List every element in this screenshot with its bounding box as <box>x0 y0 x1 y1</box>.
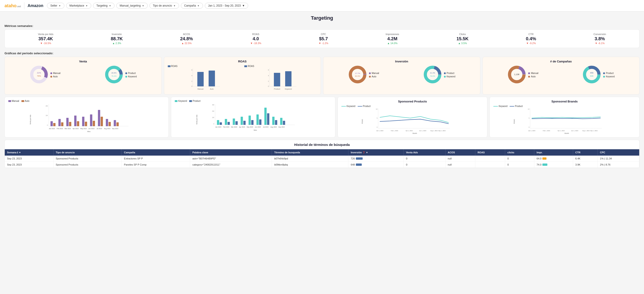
venta-legend1: Manual Auto <box>50 72 60 78</box>
cell-semana: Sep 23, 2023 <box>5 162 53 168</box>
metric-change-clicks: ▲ 3.5% <box>456 42 468 45</box>
svg-text:1M: 1M <box>46 115 48 116</box>
metric-label-roas: ROAS <box>250 33 261 36</box>
metric-value-impresiones: 4.2M <box>386 36 399 41</box>
roas-chart-title: ROAS <box>167 60 318 63</box>
svg-rect-94 <box>220 122 222 125</box>
cell-termino: b07h6hb9pd <box>272 156 348 162</box>
graficas-label: Gráficas del periodo seleccionado: <box>4 52 640 55</box>
svg-text:79.4%: 79.4% <box>111 75 116 77</box>
cell-campana: Paneles SP P Comp <box>122 162 190 168</box>
svg-rect-59 <box>53 123 56 126</box>
table-title: Historial de términos de búsqueda <box>5 140 639 149</box>
cell-inversion: 726 <box>348 156 404 162</box>
sponsored-brands-title: Sponsored Brands <box>492 100 636 103</box>
svg-text:Jul 2023: Jul 2023 <box>96 128 102 129</box>
inversion-legend1: Manual Auto <box>369 72 379 78</box>
logo: ataho.net Amazon <box>4 2 43 9</box>
inversion-legend2: Product Keyword <box>444 72 456 78</box>
svg-text:Month: Month <box>564 132 569 134</box>
cell-campana: Extractores SP P <box>122 156 190 162</box>
svg-text:Venta por Ads: Venta por Ads <box>196 115 198 125</box>
svg-text:Sep 1, 2023: Sep 1, 2023 <box>438 130 446 131</box>
campana-filter[interactable]: Campaña▼ <box>181 3 203 9</box>
manual-targeting-filter[interactable]: Manual_targeting▼ <box>116 3 148 9</box>
metric-value-venta: 357.4K <box>38 36 54 41</box>
cell-ctr: 6.4K <box>573 156 598 162</box>
svg-text:3M: 3M <box>212 104 214 106</box>
tipo-anuncio-filter[interactable]: Tipo de anuncio▼ <box>150 3 179 9</box>
svg-text:Keyword: Keyword <box>285 88 292 90</box>
cell-tipo: Sponsored Products <box>53 162 122 168</box>
svg-text:2: 2 <box>191 80 192 82</box>
col-venta: Venta Ads <box>404 149 445 156</box>
svg-text:Sep 2023: Sep 2023 <box>278 126 285 128</box>
page-title: Targeting <box>4 15 640 21</box>
svg-rect-57 <box>106 119 108 126</box>
svg-rect-87 <box>233 118 235 125</box>
svg-text:Mar 2023: Mar 2023 <box>231 126 237 128</box>
metric-inversion: Inversión 88.7K ▲ 2.3% <box>111 33 122 45</box>
svg-rect-98 <box>251 120 254 125</box>
svg-rect-54 <box>82 117 84 126</box>
metric-value-clicks: 15.5K <box>456 36 468 41</box>
svg-text:Aug 1, 2023: Aug 1, 2023 <box>430 130 438 131</box>
svg-text:Sep 1, 2023: Sep 1, 2023 <box>590 130 598 131</box>
campanas-chart-card: # de Campañas 1,138 Manual Auto <box>482 57 640 94</box>
date-range-filter[interactable]: Jan 1, 2023 - Sep 20, 2023▼ <box>205 3 248 9</box>
col-roas: ROAS <box>475 149 505 156</box>
svg-rect-58 <box>114 120 116 126</box>
svg-rect-66 <box>108 122 111 126</box>
filter-bar: Seller▼ Marketplace▼ Targeting▼ Manual_t… <box>47 3 248 9</box>
svg-text:0: 0 <box>377 126 378 128</box>
inversion-donut1: 17.7% 82.9% <box>348 65 367 85</box>
svg-rect-86 <box>225 119 227 125</box>
seller-filter[interactable]: Seller▼ <box>47 3 64 9</box>
svg-text:Aug 2023: Aug 2023 <box>270 126 277 128</box>
col-tipo: Tipo de anuncio <box>53 149 122 156</box>
campanas-donut2: 456 946 <box>582 65 601 85</box>
metric-change-inversion: ▲ 2.3% <box>111 42 122 45</box>
header: ataho.net Amazon Seller▼ Marketplace▼ Ta… <box>0 0 644 12</box>
svg-text:Apr 1, 2023: Apr 1, 2023 <box>558 130 565 131</box>
svg-text:17.7%: 17.7% <box>355 72 360 74</box>
targeting-filter[interactable]: Targeting▼ <box>93 3 114 9</box>
svg-text:Jun 1, 2023: Jun 1, 2023 <box>571 130 578 131</box>
sponsored-products-title: Sponsored Products <box>340 100 484 103</box>
cell-termino: b09tkm8pbq <box>272 162 348 168</box>
marketplace-filter[interactable]: Marketplace▼ <box>66 3 91 9</box>
svg-text:0: 0 <box>191 85 192 87</box>
svg-text:Jan 2023: Jan 2023 <box>49 128 55 129</box>
svg-rect-62 <box>77 121 79 126</box>
svg-text:10: 10 <box>376 108 378 110</box>
svg-text:May 2023: May 2023 <box>247 126 253 128</box>
col-impr: Impr. <box>534 149 573 156</box>
svg-text:0: 0 <box>528 126 530 128</box>
svg-text:21%: 21% <box>37 72 41 74</box>
svg-rect-55 <box>90 114 92 126</box>
roas-bar2: ROAS 6 4 2 0 Product Keyword <box>244 65 318 92</box>
campanas-legend1: Manual Auto <box>528 72 538 78</box>
cell-clicks: 0 <box>505 156 534 162</box>
svg-rect-96 <box>236 121 238 125</box>
svg-text:Feb 1, 2023: Feb 1, 2023 <box>391 130 398 131</box>
svg-text:0: 0 <box>47 124 48 126</box>
svg-text:10: 10 <box>528 108 530 110</box>
svg-text:2M: 2M <box>212 110 214 112</box>
cell-palabra: asin="B07H6HB9PD" <box>190 156 272 162</box>
metric-cpc: CPC $5.7 ▼ -1.2% <box>318 33 328 45</box>
svg-text:0: 0 <box>268 85 269 87</box>
svg-text:Sep 2023: Sep 2023 <box>112 128 118 129</box>
table-row: Sep 23, 2023 Sponsored Products Extracto… <box>5 156 639 162</box>
metric-change-ctr: ▼ -9.2% <box>526 42 536 45</box>
svg-text:Venta por Ads: Venta por Ads <box>30 115 32 125</box>
svg-rect-51 <box>58 119 61 126</box>
svg-text:Jun 2023: Jun 2023 <box>255 126 261 128</box>
svg-text:6: 6 <box>268 69 269 71</box>
svg-text:Month: Month <box>412 132 417 134</box>
col-ctr: CTR <box>573 149 598 156</box>
metric-change-conversion: ▼ -6.1% <box>594 42 606 45</box>
table-header-row: Semana ℹ ▼ Tipo de anuncio Campaña Palab… <box>5 149 639 156</box>
metric-change-roas: ▼ -18.3% <box>250 42 261 45</box>
cell-venta: 0 <box>404 162 445 168</box>
